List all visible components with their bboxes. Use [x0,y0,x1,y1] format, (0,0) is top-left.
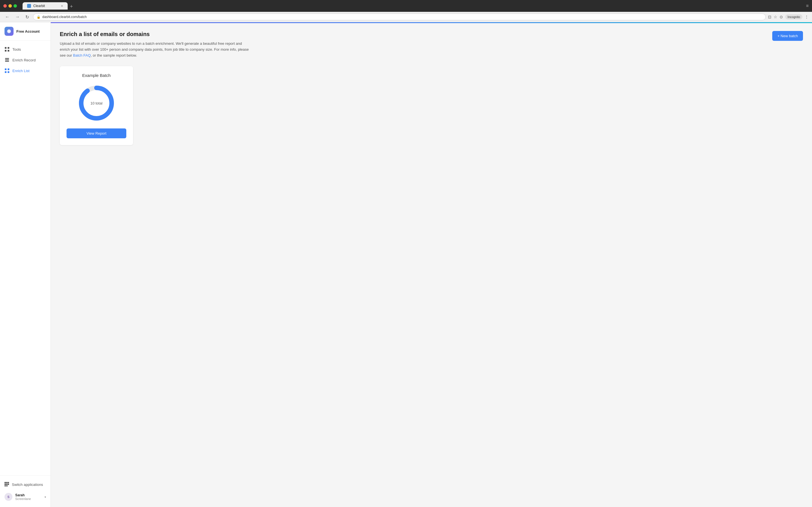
batch-card: Example Batch 10 total View Report [60,66,133,145]
content-area: Enrich a list of emails or domains Uploa… [51,23,812,153]
page-title: Enrich a list of emails or domains [60,31,252,38]
svg-rect-8 [5,68,6,70]
svg-rect-11 [8,71,9,73]
sidebar-header: Free Account [0,22,50,41]
browser-titlebar: Clearbit × + ≡ [3,2,809,10]
account-icon[interactable]: ⊙ [779,15,783,19]
logo-icon [6,29,11,34]
svg-rect-16 [6,484,8,485]
user-name: Sarah [15,493,31,497]
user-org: Screenlane [15,497,31,501]
view-report-button[interactable]: View Report [66,128,126,138]
svg-rect-7 [5,61,9,62]
enrich-record-label: Enrich Record [12,58,36,62]
description-text-2: , or the sample report below. [91,53,137,57]
svg-rect-6 [5,59,9,60]
tab-bar: Clearbit × + [22,2,804,10]
enrich-record-icon [4,57,10,62]
sidebar-item-enrich-list[interactable]: Enrich List [0,65,50,76]
app-container: Free Account Tools Enrich Record Enrich … [0,22,812,507]
maximize-window-button[interactable] [13,4,17,8]
svg-rect-15 [4,484,6,485]
enrich-list-label: Enrich List [12,69,30,73]
switch-icon [4,482,9,487]
sidebar-footer: Switch applications S Sarah Screenlane ▾ [0,475,50,507]
new-tab-button[interactable]: + [68,4,75,10]
tab-favicon [27,4,31,8]
tab-close-button[interactable]: × [61,4,63,8]
svg-rect-2 [8,47,9,49]
sidebar-item-tools[interactable]: Tools [0,44,50,55]
svg-rect-9 [8,68,9,70]
svg-rect-17 [8,484,9,485]
svg-rect-19 [6,485,8,487]
svg-rect-3 [5,50,6,52]
account-name: Free Account [16,29,40,34]
user-menu-button[interactable]: S Sarah Screenlane ▾ [0,490,50,504]
svg-rect-10 [5,71,6,73]
close-window-button[interactable] [3,4,7,8]
sidebar-item-enrich-record[interactable]: Enrich Record [0,55,50,65]
active-tab[interactable]: Clearbit × [22,2,68,10]
incognito-badge: Incognito [785,14,802,19]
new-batch-button[interactable]: + New batch [772,31,803,41]
browser-options-icon[interactable]: ⋮ [805,15,809,19]
chevron-down-icon: ▾ [45,496,46,499]
svg-rect-1 [5,47,6,49]
cast-icon[interactable]: ⊡ [768,15,771,19]
svg-rect-13 [6,482,8,483]
switch-applications-button[interactable]: Switch applications [0,479,50,490]
donut-chart: 10 total [77,83,116,123]
donut-label: 10 total [91,101,103,105]
avatar: S [4,493,12,501]
user-info: Sarah Screenlane [15,493,31,501]
svg-rect-14 [8,482,9,483]
main-content: Enrich a list of emails or domains Uploa… [51,22,812,507]
address-text: dashboard.clearbit.com/batch [42,15,87,19]
avatar-initials: S [7,495,9,499]
browser-toolbar: ← → ↻ 🔒 dashboard.clearbit.com/batch ⊡ ☆… [0,12,812,22]
reload-button[interactable]: ↻ [24,14,31,20]
svg-rect-5 [5,58,9,59]
tools-label: Tools [12,47,21,52]
back-button[interactable]: ← [3,14,11,20]
svg-rect-12 [4,482,6,483]
page-description: Upload a list of emails or company websi… [60,41,252,58]
clearbit-logo [4,27,13,36]
page-header: Enrich a list of emails or domains Uploa… [60,31,803,58]
batch-faq-link[interactable]: Batch FAQ [73,53,91,57]
enrich-list-icon [4,68,10,73]
tools-icon [4,47,10,52]
batch-card-title: Example Batch [66,73,126,78]
sidebar-nav: Tools Enrich Record Enrich List [0,41,50,475]
bookmark-icon[interactable]: ☆ [774,15,777,19]
sidebar: Free Account Tools Enrich Record Enrich … [0,22,51,507]
lock-icon: 🔒 [37,15,41,19]
browser-chrome: Clearbit × + ≡ [0,0,812,12]
minimize-window-button[interactable] [8,4,12,8]
svg-rect-4 [8,50,9,52]
toolbar-right: ⊡ ☆ ⊙ Incognito ⋮ [768,14,809,19]
tab-title: Clearbit [33,4,45,8]
browser-menu-icon[interactable]: ≡ [806,3,809,8]
forward-button[interactable]: → [13,14,21,20]
page-header-left: Enrich a list of emails or domains Uploa… [60,31,252,58]
svg-rect-18 [4,485,6,487]
traffic-lights [3,4,17,8]
address-bar[interactable]: 🔒 dashboard.clearbit.com/batch [33,13,766,20]
incognito-label: Incognito [788,15,800,18]
switch-applications-label: Switch applications [12,483,43,487]
